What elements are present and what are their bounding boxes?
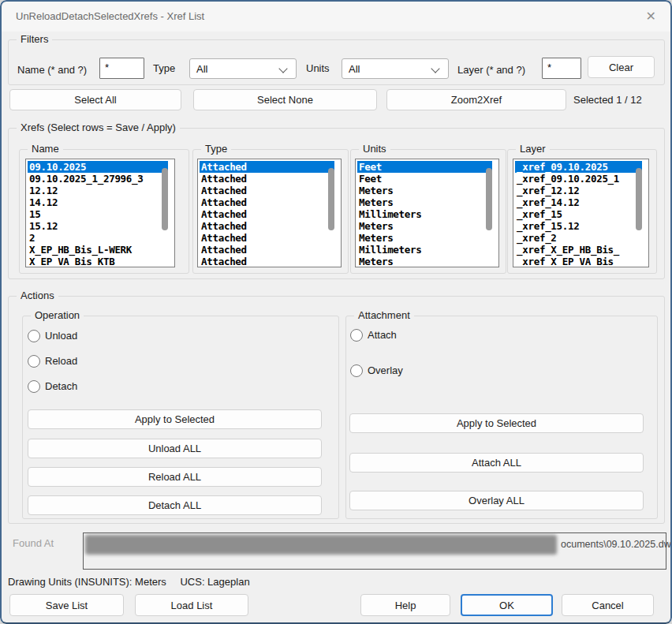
list-item[interactable]: Millimeters [357,244,481,256]
list-item[interactable]: _xref_X_EP_VA_Bis_ [515,256,631,267]
selected-count-status: Selected 1 / 12 [573,94,642,106]
list-item[interactable]: Attached [200,256,323,267]
reload-radio-label: Reload [45,355,77,367]
unload-radio[interactable] [28,330,40,342]
chevron-down-icon [278,64,287,73]
list-item[interactable]: 09.10.2025 [28,161,168,173]
found-at-label: Found At [13,537,54,549]
chevron-down-icon [431,64,439,73]
insunits-text: Drawing Units (INSUNITS): Meters [8,576,166,588]
layer-list-scrollbar-thumb[interactable] [636,168,642,230]
list-item[interactable]: 12.12 [28,185,157,196]
list-item[interactable]: _xref_09.10.2025_1 [515,173,631,185]
window-title: UnReloadDetachSelectedXrefs - Xref List [16,10,204,22]
list-item[interactable]: 15.12 [28,220,157,232]
actions-caption: Actions [17,290,58,301]
ucs-text: UCS: Lageplan [180,576,249,588]
name-listbox[interactable]: 09.10.202509.10.2025_1_27996_312.1214.12… [25,159,175,267]
units-filter-value: All [349,63,360,75]
xref-list-dialog: UnReloadDetachSelectedXrefs - Xref List … [0,0,672,624]
list-item[interactable]: Meters [357,232,481,244]
list-item[interactable]: 09.10.2025_1_27996_3 [28,173,157,185]
type-filter-combobox[interactable]: All [189,58,297,79]
list-item[interactable]: Feet [357,173,481,185]
list-item[interactable]: _xref_15 [515,208,631,220]
list-item[interactable]: _xref_09.10.2025 [515,161,642,173]
save-list-button[interactable]: Save List [9,594,124,616]
overlay-radio-label: Overlay [368,364,403,376]
units-column-caption: Units [359,143,390,155]
reload-all-button[interactable]: Reload ALL [28,467,322,487]
list-item[interactable]: Attached [200,232,323,244]
help-button[interactable]: Help [360,594,450,616]
list-item[interactable]: Attached [200,161,334,173]
type-column-caption: Type [201,143,231,155]
load-list-button[interactable]: Load List [135,594,248,616]
units-listbox[interactable]: FeetFeetMetersMetersMillimetersMetersMet… [355,159,499,267]
attachment-apply-selected-button[interactable]: Apply to Selected [349,413,644,433]
operation-caption: Operation [31,309,84,321]
overlay-all-button[interactable]: Overlay ALL [349,491,644,510]
units-filter-label: Units [306,62,330,74]
list-item[interactable]: 15 [28,208,157,220]
name-filter-label: Name (* and ?) [17,64,87,76]
list-item[interactable]: Attached [200,220,323,232]
list-item[interactable]: 2 [28,232,157,244]
list-item[interactable]: _xref_X_EP_HB_Bis_ [515,244,631,256]
filters-caption: Filters [17,33,52,45]
list-item[interactable]: Attached [200,244,323,256]
drawing-units-status: Drawing Units (INSUNITS): Meters UCS: La… [8,576,250,588]
unload-all-button[interactable]: Unload ALL [28,439,322,458]
list-item[interactable]: _xref_15.12 [515,220,631,232]
found-at-path: ocuments\09.10.2025.dwg [561,539,672,550]
reload-radio[interactable] [28,355,40,368]
operation-apply-selected-button[interactable]: Apply to Selected [28,409,322,429]
list-item[interactable]: Attached [200,185,323,196]
close-icon[interactable]: ✕ [646,9,656,24]
units-filter-combobox[interactable]: All [342,58,449,79]
detach-all-button[interactable]: Detach ALL [28,495,322,515]
attach-radio[interactable] [350,329,363,342]
list-item[interactable]: X_EP_HB_Bis_L-WERK [28,244,157,256]
attach-all-button[interactable]: Attach ALL [349,453,644,473]
list-item[interactable]: Feet [357,161,492,173]
redacted-path-block [85,535,557,555]
list-item[interactable]: Attached [200,173,323,185]
attach-radio-label: Attach [368,329,397,341]
detach-radio-label: Detach [45,380,77,392]
list-item[interactable]: _xref_14.12 [515,196,631,208]
layer-filter-label: Layer (* and ?) [457,64,525,76]
list-item[interactable]: Meters [357,220,481,232]
select-all-button[interactable]: Select All [9,89,181,110]
detach-radio[interactable] [28,380,40,393]
name-list-scrollbar-thumb[interactable] [162,168,168,230]
units-list-scrollbar-thumb[interactable] [486,168,492,230]
attachment-caption: Attachment [354,309,414,321]
list-item[interactable]: Attached [200,208,323,220]
zoom2xref-button[interactable]: Zoom2Xref [386,89,566,110]
layer-column-caption: Layer [516,143,550,155]
type-list-scrollbar-thumb[interactable] [328,168,334,230]
overlay-radio[interactable] [350,364,363,377]
type-filter-label: Type [153,62,175,74]
list-item[interactable]: X_EP_VA_Bis_KTB [28,256,157,267]
list-item[interactable]: Meters [357,196,481,208]
clear-button[interactable]: Clear [588,56,655,78]
unload-radio-label: Unload [45,330,77,342]
list-item[interactable]: Attached [200,196,323,208]
name-filter-input[interactable]: * [99,58,144,79]
type-listbox[interactable]: AttachedAttachedAttachedAttachedAttached… [197,159,342,267]
cancel-button[interactable]: Cancel [562,594,654,616]
select-none-button[interactable]: Select None [193,89,377,110]
list-item[interactable]: Millimeters [357,208,481,220]
ok-button[interactable]: OK [461,594,553,616]
layer-listbox[interactable]: _xref_09.10.2025_xref_09.10.2025_1_xref_… [513,159,649,267]
list-item[interactable]: 14.12 [28,196,157,208]
type-filter-value: All [196,63,207,75]
name-column-caption: Name [28,143,63,155]
list-item[interactable]: _xref_2 [515,232,631,244]
list-item[interactable]: Meters [357,256,481,267]
layer-filter-input[interactable]: * [542,58,581,79]
list-item[interactable]: Meters [357,185,481,196]
list-item[interactable]: _xref_12.12 [515,185,631,196]
